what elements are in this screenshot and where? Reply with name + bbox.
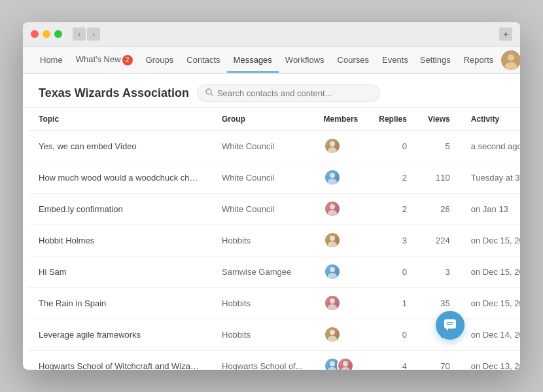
group-cell: Hobbits xyxy=(211,224,313,256)
search-input[interactable] xyxy=(217,88,372,98)
nav-item-settings[interactable]: Settings xyxy=(415,47,456,73)
page-header: Texas Wizards Association xyxy=(23,74,520,108)
nav-item-reports[interactable]: Reports xyxy=(459,47,499,73)
table-row[interactable]: Hogwarts School of Witchcraft and Wizard… xyxy=(28,350,520,370)
member-avatar xyxy=(324,326,341,343)
minimize-button[interactable] xyxy=(43,30,50,38)
views-cell: 70 xyxy=(417,350,461,370)
col-members: Members xyxy=(313,108,369,131)
back-button[interactable]: ‹ xyxy=(73,27,86,41)
title-bar: ‹ › + xyxy=(23,22,520,46)
members-cell xyxy=(313,256,369,287)
table-row[interactable]: Hi SamSamwise Gamgee03on Dec 15, 2016 xyxy=(28,256,520,287)
nav-item-messages[interactable]: Messages xyxy=(227,47,279,73)
svg-point-16 xyxy=(328,241,337,247)
member-avatar xyxy=(324,169,341,186)
topic-cell: How much wood would a woodchuck chuck? xyxy=(28,162,211,193)
svg-point-21 xyxy=(330,298,335,304)
maximize-button[interactable] xyxy=(54,30,62,38)
svg-point-15 xyxy=(330,236,335,241)
nav-item-home[interactable]: Home xyxy=(33,47,69,73)
svg-point-30 xyxy=(343,361,348,366)
replies-cell: 0 xyxy=(368,319,417,350)
col-group: Group xyxy=(211,108,313,131)
svg-point-22 xyxy=(328,304,337,310)
nav-item-events[interactable]: Events xyxy=(376,47,415,73)
nav-item-workflows[interactable]: Workflows xyxy=(279,47,331,73)
nav-item-courses[interactable]: Courses xyxy=(331,47,376,73)
col-replies: Replies xyxy=(368,108,417,131)
page-title: Texas Wizards Association xyxy=(39,86,189,100)
col-topic: Topic xyxy=(28,108,211,131)
members-cell xyxy=(313,224,369,256)
forward-button[interactable]: › xyxy=(87,27,100,41)
members-cell xyxy=(313,130,369,162)
views-cell: 5 xyxy=(417,130,461,162)
topic-cell: Hi Sam xyxy=(28,256,211,287)
svg-point-27 xyxy=(330,361,335,366)
activity-cell: on Dec 15, 2016 xyxy=(461,224,520,256)
members-cell xyxy=(313,350,369,370)
svg-point-6 xyxy=(330,141,335,147)
svg-point-13 xyxy=(328,210,337,216)
close-button[interactable] xyxy=(31,30,39,38)
nav-bar: Home What's New2 Groups Contacts Message… xyxy=(23,46,520,74)
members-cell xyxy=(313,162,369,193)
svg-point-7 xyxy=(328,147,337,153)
replies-cell: 2 xyxy=(368,162,417,193)
activity-cell: a second ago xyxy=(461,130,520,162)
replies-cell: 2 xyxy=(368,193,417,224)
topic-cell: Hobbit Holmes xyxy=(28,224,211,256)
topic-cell: The Rain in Spain xyxy=(28,287,211,319)
svg-line-4 xyxy=(211,94,213,96)
nav-item-contacts[interactable]: Contacts xyxy=(180,47,226,73)
svg-point-18 xyxy=(330,267,335,272)
svg-point-19 xyxy=(328,273,337,279)
topic-cell: Embed.ly confirmation xyxy=(28,193,211,224)
traffic-lights xyxy=(31,30,62,38)
replies-cell: 0 xyxy=(368,130,417,162)
members-cell xyxy=(313,193,369,224)
group-cell: White Council xyxy=(211,130,313,162)
member-avatar xyxy=(324,263,341,280)
search-bar[interactable] xyxy=(197,84,380,102)
nav-arrows: ‹ › xyxy=(73,27,100,41)
activity-cell: on Dec 13, 2016 xyxy=(461,350,520,370)
svg-point-25 xyxy=(328,336,337,342)
replies-cell: 3 xyxy=(368,224,417,256)
member-avatar xyxy=(337,357,354,370)
nav-item-whats-new[interactable]: What's New2 xyxy=(69,46,139,73)
topic-cell: Hogwarts School of Witchcraft and Wizard… xyxy=(28,350,211,370)
nav-item-groups[interactable]: Groups xyxy=(139,47,181,73)
chat-fab-button[interactable] xyxy=(436,311,464,340)
nav-right: Settings Reports xyxy=(415,47,520,73)
group-cell: White Council xyxy=(211,162,313,193)
svg-point-31 xyxy=(341,367,350,370)
topic-cell: Yes, we can embed Video xyxy=(28,130,211,162)
views-cell: 26 xyxy=(417,193,461,224)
table-row[interactable]: How much wood would a woodchuck chuck?Wh… xyxy=(28,162,520,193)
topic-cell: Leverage agile frameworks xyxy=(28,319,211,350)
col-activity: Activity xyxy=(461,108,520,131)
table-row[interactable]: Embed.ly confirmationWhite Council226on … xyxy=(28,193,520,224)
replies-cell: 0 xyxy=(368,256,417,287)
group-cell: White Council xyxy=(211,193,313,224)
add-tab-button[interactable]: + xyxy=(499,27,512,41)
member-avatar xyxy=(324,200,341,217)
user-avatar[interactable] xyxy=(501,50,520,70)
svg-point-12 xyxy=(330,204,335,209)
svg-point-2 xyxy=(505,62,517,70)
svg-point-1 xyxy=(508,54,514,61)
views-cell: 110 xyxy=(417,162,461,193)
svg-point-10 xyxy=(328,179,337,185)
member-avatar xyxy=(324,294,341,312)
replies-cell: 1 xyxy=(368,287,417,319)
col-views: Views xyxy=(417,108,461,131)
table-header-row: Topic Group Members Replies Views Activi… xyxy=(28,108,520,131)
table-row[interactable]: Hobbit HolmesHobbits3224on Dec 15, 2016 xyxy=(28,224,520,256)
table-row[interactable]: Yes, we can embed VideoWhite Council05a … xyxy=(28,130,520,162)
activity-cell: on Dec 15, 2016 xyxy=(461,256,520,287)
member-avatar xyxy=(324,232,341,249)
views-cell: 224 xyxy=(417,224,461,256)
search-icon xyxy=(205,88,213,98)
